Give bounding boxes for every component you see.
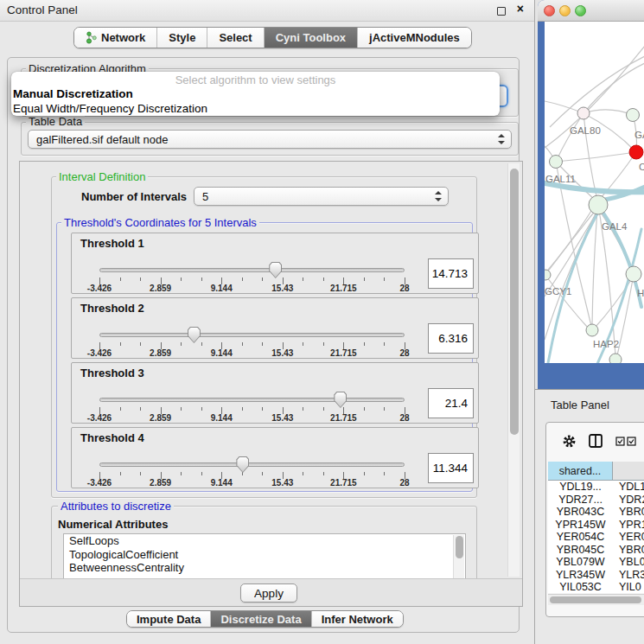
attribute-list-item[interactable]: SelfLoops [64,534,465,548]
close-icon[interactable]: × [517,2,524,16]
node-label: GAL80 [570,125,601,136]
apply-button[interactable]: Apply [240,583,297,603]
tick-mark [323,277,324,281]
threshold-slider[interactable]: -3.4262.8599.14415.4321.71528 [99,329,405,355]
attribute-list-item[interactable]: TopologicalCoefficient [64,548,465,562]
network-view-window: GAL80GACGAL11GAL4GCY1HHAP2 [538,0,644,389]
select-all-checkboxes-icon[interactable] [615,437,636,446]
tab-impute-data[interactable]: Impute Data [127,611,211,627]
tab-discretize-data[interactable]: Discretize Data [211,611,311,627]
network-node-gal80[interactable] [577,107,590,119]
tick-mark [364,407,365,411]
close-traffic-light-icon[interactable] [544,5,555,16]
settings-scrollbar[interactable] [507,163,520,577]
tick-label: 21.715 [330,413,357,423]
network-edge[interactable] [545,210,598,296]
table-row[interactable]: YBR045CYBR0 [548,544,644,557]
network-edge[interactable] [547,209,596,272]
network-node-c[interactable] [629,145,643,159]
tick-label: 21.715 [330,478,357,488]
tick-mark [242,277,243,281]
tab-jactivemnodules[interactable]: jActiveMNodules [358,28,471,48]
table-row[interactable]: YBR043CYBR0 [548,506,644,519]
tab-network[interactable]: Network [74,28,157,48]
network-node-gal4[interactable] [589,195,608,214]
table-row[interactable]: YER054CYER0 [548,531,644,544]
tab-label: Select [219,31,252,44]
table-row[interactable]: YIL053CYIL0 [548,581,644,593]
tick-mark [364,472,365,475]
table-row[interactable]: YDR27...YDR2 [548,494,644,507]
tab-style[interactable]: Style [157,28,207,48]
tick-label: 15.43 [271,348,293,358]
slider-ticks [99,276,405,284]
tick-mark [262,342,263,346]
zoom-traffic-light-icon[interactable] [575,5,586,16]
attributes-scrollbar[interactable] [453,535,464,578]
tab-cyni-toolbox[interactable]: Cyni Toolbox [265,28,358,48]
tick-mark [384,342,385,346]
threshold-value-field[interactable]: 21.4 [428,388,474,418]
network-edge[interactable] [545,207,594,274]
attribute-list-item[interactable]: BetweennessCentrality [64,561,465,575]
cell-name: YBL0 [613,556,644,569]
table-row[interactable]: YBL079WYBL0 [548,556,644,569]
bottom-tab-bar: Impute DataDiscretize DataInfer Network [126,610,404,628]
cell-shared-name: YER054C [548,531,613,544]
network-edge[interactable] [556,152,636,162]
network-node-ga[interactable] [627,109,640,122]
table-data-combobox[interactable]: galFiltered.sif default node [28,130,512,149]
num-intervals-combobox[interactable]: 5 [194,187,449,206]
tick-mark [181,342,182,346]
threshold-slider[interactable]: -3.4262.8599.14415.4321.71528 [99,394,405,420]
tab-select[interactable]: Select [207,28,264,48]
threshold-value-field[interactable]: 14.713 [428,258,474,289]
network-node-hap2[interactable] [586,324,598,336]
table-row[interactable]: YLR345WYLR3 [548,569,644,582]
cell-name: YER0 [613,531,644,544]
network-node-gal11[interactable] [550,156,563,169]
attributes-group-title: Attributes to discretize [58,500,174,513]
cell-shared-name: YLR345W [548,569,613,582]
table-row[interactable]: YPR145WYPR1 [548,519,644,532]
tab-infer-network[interactable]: Infer Network [312,611,403,627]
threshold-value-field[interactable]: 6.316 [428,323,474,354]
tick-mark [120,407,121,411]
minimize-traffic-light-icon[interactable] [559,5,571,16]
table-horizontal-scrollbar[interactable] [548,594,644,605]
numerical-attributes-list[interactable]: SelfLoopsTopologicalCoefficientBetweenne… [63,533,466,580]
tab-label: Impute Data [137,613,201,626]
dropdown-option[interactable]: Equal Width/Frequency Discretization [11,102,500,117]
node-table[interactable]: shared... na YDL19...YDL1YDR27...YDR2YBR… [548,462,644,593]
network-edge[interactable] [556,113,583,162]
network-node[interactable] [609,354,622,363]
threshold-panel: Threshold 4-3.4262.8599.14415.4321.71528… [71,427,479,488]
network-edge[interactable] [583,110,633,115]
settings-gear-icon[interactable] [562,434,577,449]
cell-name: YDL1 [613,481,644,494]
threshold-value-field[interactable]: 11.344 [428,453,474,483]
tab-label: jActiveMNodules [369,31,460,44]
threshold-slider[interactable]: -3.4262.8599.14415.4321.71528 [99,265,405,290]
split-columns-icon[interactable] [589,434,603,448]
network-window-titlebar [538,0,644,22]
slider-ticks [99,405,405,413]
slider-tick-labels: -3.4262.8599.14415.4321.71528 [99,284,405,293]
float-window-icon[interactable] [497,7,506,16]
threshold-slider[interactable]: -3.4262.8599.14415.4321.71528 [99,459,405,485]
tick-label: 2.859 [150,478,171,488]
network-canvas[interactable]: GAL80GACGAL11GAL4GCY1HHAP2 [545,22,644,363]
table-row[interactable]: YDL19...YDL1 [548,481,644,494]
network-node-h[interactable] [626,266,641,282]
network-node-gcy1[interactable] [545,270,551,280]
scrollbar-thumb[interactable] [456,536,463,558]
dropdown-option[interactable]: Manual Discretization [11,87,500,102]
slider-ticks [99,341,405,348]
column-header-shared-name[interactable]: shared... [548,462,613,480]
scrollbar-thumb[interactable] [550,596,641,603]
network-edge[interactable] [592,210,597,325]
scrollbar-thumb[interactable] [510,169,519,435]
column-header-name[interactable]: na [613,462,644,480]
combo-stepper-icon [498,134,505,144]
threshold-panel: Threshold 3-3.4262.8599.14415.4321.71528… [71,362,479,424]
